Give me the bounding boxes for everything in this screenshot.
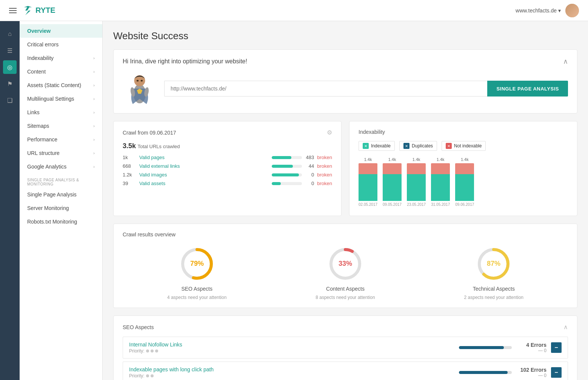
logo[interactable]: RYTE [23,5,55,16]
broken-link[interactable]: broken [317,163,332,169]
nav-section-label: SINGLE PAGE ANALYSIS & MONITORING [20,173,102,188]
sidebar-icon-home[interactable]: ⌂ [3,27,17,41]
priority-dot-1 [146,349,149,352]
seo-collapse-icon[interactable]: ∧ [563,323,568,331]
stat-link[interactable]: Valid assets [139,181,269,186]
seo-aspects-title: SEO Aspects [123,324,154,330]
collapse-icon[interactable]: ∧ [563,57,568,66]
seo-progress-bar [459,346,512,349]
donut-content-sublabel: 8 aspects need your attention [316,295,375,300]
sidebar-item-indexability[interactable]: Indexability › [20,51,102,65]
seo-row-collapse-button[interactable]: − [551,367,562,378]
seo-progress-bar [459,371,512,374]
sidebar-item-content[interactable]: Content › [20,65,102,78]
error-count: 4 Errors [516,342,546,348]
donut-row: 79% SEO Aspects 4 aspects need your atte… [123,245,568,300]
sidebar-item-critical-errors[interactable]: Critical errors [20,38,102,51]
seo-row-click-path: Indexable pages with long click path Pri… [123,362,568,380]
legend-label: Not indexable [454,143,482,149]
seo-row-collapse-button[interactable]: − [551,342,562,353]
broken-link[interactable]: broken [317,155,332,160]
logo-text: RYTE [35,6,55,15]
donut-technical-label: Technical Aspects [473,286,515,292]
donut-content-svg: 33% [326,245,364,283]
seo-row-text: Indexable pages with long click path Pri… [129,366,454,378]
domain-arrow: ▾ [558,8,561,14]
chevron-down-icon: › [93,56,95,60]
sidebar-item-label: Sitemaps [27,123,49,129]
legend-not-indexable[interactable]: ✕ Not indexable [442,141,486,151]
seo-errors: 102 Errors — 0 [516,367,546,378]
sidebar-item-google-analytics[interactable]: Google Analytics › [20,160,102,173]
sidebar-item-label: Performance [27,136,57,142]
sidebar-icon-document[interactable]: ☰ [3,44,17,57]
progress-bar [272,173,302,176]
donut-content: 33% Content Aspects 8 aspects need your … [316,245,375,300]
two-col-grid: Crawl from 09.06.2017 ⚙ 3.5k Total URLs … [113,121,577,216]
stat-link[interactable]: Valid pages [139,155,269,160]
seo-aspects-section: SEO Aspects ∧ Internal Nofollow Links Pr… [113,316,577,380]
chevron-down-icon: › [93,69,95,74]
gear-icon[interactable]: ⚙ [327,129,332,136]
stat-count: 39 [123,181,136,186]
legend-x-icon: ✕ [363,143,369,149]
sidebar-item-performance[interactable]: Performance › [20,133,102,146]
sidebar-item-overview[interactable]: Overview [20,24,102,38]
url-input[interactable] [164,81,487,97]
domain-selector[interactable]: www.techfacts.de ▾ [516,8,561,14]
donut-technical-svg: 87% [475,245,513,283]
sidebar-item-robots-monitoring[interactable]: Robots.txt Monitoring [20,215,102,228]
sidebar-item-url-structure[interactable]: URL structure › [20,146,102,160]
svg-point-3 [137,80,139,82]
svg-text:79%: 79% [190,260,204,267]
sidebar-item-multilingual[interactable]: Multilingual Settings › [20,92,102,106]
priority-dot-3 [155,349,158,352]
donut-technical-sublabel: 2 aspects need your attention [464,295,523,300]
page-title: Website Success [113,30,577,42]
crawl-card-header: Crawl from 09.06.2017 ⚙ [123,129,332,136]
main-content: Website Success Hi Irina, dive right int… [103,21,588,380]
crawl-results-section: Crawl results overview 79% SEO Aspects 4… [113,224,577,308]
sidebar-item-label: Multilingual Settings [27,96,74,102]
legend-indexable[interactable]: ✕ Indexable [359,141,395,151]
hamburger-menu[interactable] [9,8,17,13]
stat-row-assets: 39 Valid assets 0 broken [123,181,332,186]
stat-count: 668 [123,163,136,169]
sidebar-item-links[interactable]: Links › [20,106,102,119]
chevron-down-icon: › [93,83,95,87]
sidebar-item-server-monitoring[interactable]: Server Monitoring [20,201,102,215]
broken-link[interactable]: broken [317,172,332,178]
seo-row-priority: Priority: [129,373,454,378]
legend-label: Duplicates [412,143,433,149]
stat-link[interactable]: Valid external links [139,163,269,169]
sidebar-item-single-page-analysis[interactable]: Single Page Analysis [20,188,102,201]
legend-x-icon: ✕ [403,143,409,149]
avatar[interactable] [565,4,579,17]
sidebar-item-label: Single Page Analysis [27,192,77,198]
sidebar-icon-chart[interactable]: ◎ [3,60,17,74]
indexability-card: Indexability ✕ Indexable ✕ Duplicates ✕ … [349,121,577,216]
seo-row-name[interactable]: Indexable pages with long click path [129,366,454,372]
stat-row-external-links: 668 Valid external links 44 broken [123,163,332,169]
error-delta: — 0 [516,373,546,378]
chevron-down-icon: › [93,124,95,128]
sidebar-icon-clipboard[interactable]: ❑ [3,93,17,107]
single-page-analysis-button[interactable]: SINGLE PAGE ANALYSIS [487,81,568,97]
sidebar-icon-flag[interactable]: ⚑ [3,77,17,90]
legend-label: Indexable [371,143,391,149]
sidebar-item-assets[interactable]: Assets (Static Content) › [20,78,102,92]
indexability-card-title: Indexability [359,129,385,135]
error-count: 102 Errors [516,367,546,373]
broken-link[interactable]: broken [317,181,332,186]
legend-duplicates[interactable]: ✕ Duplicates [399,141,437,151]
sidebar-item-label: Google Analytics [27,164,66,170]
greeting-header: Hi Irina, dive right into optimizing you… [123,57,568,66]
topnav-left: RYTE [9,5,55,16]
sidebar-item-sitemaps[interactable]: Sitemaps › [20,119,102,133]
stat-link[interactable]: Valid images [139,172,269,178]
total-urls-num: 3.5k [123,142,136,150]
stat-row-valid-pages: 1k Valid pages 483 broken [123,155,332,160]
chevron-down-icon: › [93,137,95,142]
seo-errors: 4 Errors — 0 [516,342,546,353]
seo-row-name[interactable]: Internal Nofollow Links [129,342,454,348]
